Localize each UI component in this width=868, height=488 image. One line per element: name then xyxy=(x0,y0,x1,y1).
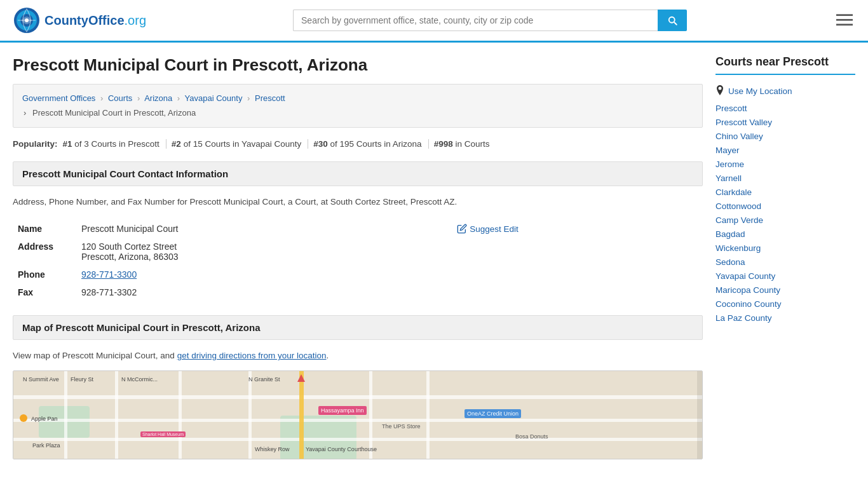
sidebar-link-mayer[interactable]: Mayer xyxy=(715,146,740,155)
sidebar-link-wickenburg[interactable]: Wickenburg xyxy=(715,243,761,253)
list-item: Maricopa County xyxy=(715,285,855,295)
sidebar-link-coconino-county[interactable]: Coconino County xyxy=(715,299,782,309)
sidebar-link-cottonwood[interactable]: Cottonwood xyxy=(715,201,761,211)
park-label: Park Plaza xyxy=(32,442,60,449)
list-item: Sedona xyxy=(715,257,855,267)
map-section-header: Map of Prescott Municipal Court in Presc… xyxy=(13,315,703,340)
search-input[interactable] xyxy=(293,10,658,31)
list-item: Cottonwood xyxy=(715,201,855,211)
svg-rect-4 xyxy=(836,14,853,16)
list-item: Prescott Valley xyxy=(715,117,855,127)
header: CountyOffice.org xyxy=(0,0,868,43)
sidebar-link-prescott[interactable]: Prescott xyxy=(715,104,747,113)
map-pin-triangle xyxy=(297,374,305,382)
sidebar-link-camp-verde[interactable]: Camp Verde xyxy=(715,215,763,225)
address-label: Address xyxy=(13,238,76,266)
breadcrumb-sep: › xyxy=(177,93,180,103)
list-item: Coconino County xyxy=(715,299,855,309)
search-area xyxy=(293,10,687,31)
map-desc-start: View map of Prescott Municipal Court, an… xyxy=(13,351,177,360)
sidebar-link-chino-valley[interactable]: Chino Valley xyxy=(715,132,763,141)
sidebar-link-jerome[interactable]: Jerome xyxy=(715,159,744,169)
list-item: Prescott xyxy=(715,103,855,113)
sidebar: Courts near Prescott Use My Location Pre… xyxy=(715,55,855,459)
table-row: Name Prescott Municipal Court Suggest Ed… xyxy=(13,220,703,238)
suggest-edit-cell: Suggest Edit xyxy=(452,220,703,301)
map-road-v2 xyxy=(115,371,118,459)
address-value: 120 South Cortez Street Prescott, Arizon… xyxy=(76,238,452,266)
suggest-edit-label: Suggest Edit xyxy=(470,224,519,234)
breadcrumb: Government Offices › Courts › Arizona › … xyxy=(13,84,703,128)
breadcrumb-item-arizona[interactable]: Arizona xyxy=(144,93,172,103)
page-title: Prescott Municipal Court in Prescott, Ar… xyxy=(13,55,703,75)
breadcrumb-sep: › xyxy=(137,93,140,103)
popularity-row: Popularity: #1 of 3 Courts in Prescott #… xyxy=(13,139,703,149)
list-item: Clarkdale xyxy=(715,187,855,197)
map-road-yellow xyxy=(299,371,304,459)
list-item: Wickenburg xyxy=(715,243,855,253)
fax-label: Fax xyxy=(13,283,76,301)
search-icon xyxy=(667,15,678,26)
contact-section-header: Prescott Municipal Court Contact Informa… xyxy=(13,161,703,186)
use-my-location-link[interactable]: Use My Location xyxy=(715,85,855,97)
search-button[interactable] xyxy=(658,10,687,31)
oneaz-marker: OneAZ Credit Union xyxy=(465,409,521,418)
bosa-label: Bosa Donuts xyxy=(515,433,548,440)
map-road-v3 xyxy=(179,371,182,459)
address-line2: Prescott, Arizona, 86303 xyxy=(81,252,447,262)
sidebar-link-bagdad[interactable]: Bagdad xyxy=(715,229,745,239)
list-item: Mayer xyxy=(715,145,855,155)
list-item: La Paz County xyxy=(715,313,855,323)
map-edge-shadow xyxy=(697,371,702,459)
map-label-mccormick: N McCormic... xyxy=(121,376,158,383)
directions-link[interactable]: get driving directions from your locatio… xyxy=(177,351,327,360)
logo-area: CountyOffice.org xyxy=(13,6,146,34)
contact-description: Address, Phone Number, and Fax Number fo… xyxy=(13,195,703,209)
map-container[interactable]: N Summit Ave Fleury St N McCormic... N G… xyxy=(13,370,703,459)
list-item: Yavapai County xyxy=(715,271,855,281)
sidebar-link-prescott-valley[interactable]: Prescott Valley xyxy=(715,118,772,127)
sidebar-link-yarnell[interactable]: Yarnell xyxy=(715,173,742,183)
breadcrumb-item-government-offices[interactable]: Government Offices xyxy=(22,93,95,103)
list-item: Camp Verde xyxy=(715,215,855,225)
logo-text: CountyOffice.org xyxy=(44,13,146,28)
breadcrumb-item-courts[interactable]: Courts xyxy=(108,93,132,103)
menu-button[interactable] xyxy=(834,9,855,32)
map-label-summit: N Summit Ave xyxy=(23,376,59,383)
breadcrumb-sep: › xyxy=(100,93,103,103)
use-location-label: Use My Location xyxy=(728,86,792,96)
logo-icon xyxy=(13,6,41,34)
breadcrumb-item-yavapai[interactable]: Yavapai County xyxy=(185,93,243,103)
sidebar-link-maricopa-county[interactable]: Maricopa County xyxy=(715,285,780,295)
contact-table: Name Prescott Municipal Court Suggest Ed… xyxy=(13,220,703,301)
phone-link[interactable]: 928-771-3300 xyxy=(81,269,137,280)
map-road-v1 xyxy=(64,371,67,459)
hassayampa-marker: Hassayampa Inn xyxy=(318,406,367,415)
courthouse-label: Yavapai County Courthouse xyxy=(306,446,377,452)
address-line1: 120 South Cortez Street xyxy=(81,241,447,252)
sidebar-link-sedona[interactable]: Sedona xyxy=(715,257,745,267)
sidebar-link-clarkdale[interactable]: Clarkdale xyxy=(715,187,752,197)
ups-label: The UPS Store xyxy=(382,423,421,430)
sidebar-link-yavapai-county[interactable]: Yavapai County xyxy=(715,271,775,281)
sidebar-links-list: Prescott Prescott Valley Chino Valley Ma… xyxy=(715,103,855,323)
fax-value: 928-771-3302 xyxy=(76,283,452,301)
applepan-area: Apple Pan xyxy=(20,412,56,423)
suggest-edit-button[interactable]: Suggest Edit xyxy=(457,224,519,234)
breadcrumb-sep: › xyxy=(247,93,250,103)
svg-rect-6 xyxy=(836,24,853,25)
popularity-item-2: #2 of 15 Courts in Yavapai County xyxy=(172,139,308,149)
phone-value: 928-771-3300 xyxy=(76,266,452,283)
popularity-item-1: #1 of 3 Courts in Prescott xyxy=(63,139,166,149)
edit-icon xyxy=(457,224,467,234)
breadcrumb-item-prescott[interactable]: Prescott xyxy=(255,93,285,103)
sharlot-marker: Sharlot Hall Museum xyxy=(140,431,186,437)
popularity-item-3: #30 of 195 Courts in Arizona xyxy=(313,139,428,149)
list-item: Chino Valley xyxy=(715,131,855,141)
main-wrapper: Prescott Municipal Court in Prescott, Ar… xyxy=(0,43,868,459)
svg-rect-5 xyxy=(836,18,853,20)
breadcrumb-current: Prescott Municipal Court in Prescott, Ar… xyxy=(32,108,196,118)
whiskey-label: Whiskey Row xyxy=(255,446,290,452)
map-placeholder: N Summit Ave Fleury St N McCormic... N G… xyxy=(13,371,702,459)
sidebar-link-la-paz-county[interactable]: La Paz County xyxy=(715,313,772,323)
